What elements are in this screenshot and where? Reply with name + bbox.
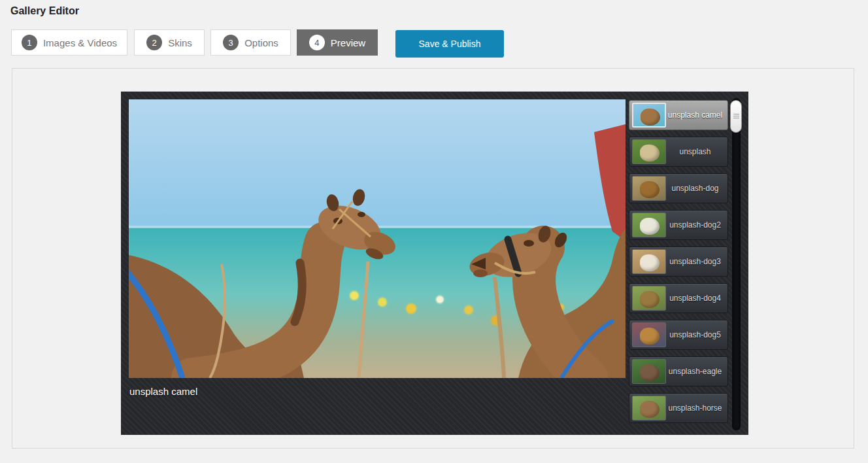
thumbnail-label: unsplash-dog	[666, 184, 724, 193]
thumbnail-subject-shape	[640, 291, 659, 308]
step-number-badge: 3	[223, 35, 239, 50]
thumbnail-image	[632, 249, 666, 274]
thumbnail-image	[632, 213, 666, 237]
thumbnail-subject-shape	[640, 218, 659, 235]
thumbnail-list: unsplash camel unsplash unsplash-dog uns…	[629, 100, 728, 430]
thumbnail-label: unsplash-dog5	[666, 330, 724, 339]
thumbnail-scrollbar-track[interactable]	[732, 98, 741, 430]
tab-images-videos[interactable]: 1 Images & Videos	[11, 29, 127, 56]
gallery-editor-page: { "page": { "title": "Gallery Editor" },…	[0, 0, 868, 463]
page-title: Gallery Editor	[10, 5, 79, 17]
thumbnail-image	[632, 322, 666, 347]
gallery-thumbnail-item[interactable]: unsplash-dog	[629, 173, 728, 203]
camels-sea-illustration	[129, 99, 626, 378]
preview-image[interactable]	[129, 99, 626, 378]
thumbnail-label: unsplash camel	[666, 111, 724, 120]
thumbnail-label: unsplash	[666, 147, 724, 156]
gallery-thumbnail-item[interactable]: unsplash-dog5	[629, 320, 728, 350]
step-number-badge: 2	[146, 35, 162, 50]
thumbnail-subject-shape	[640, 254, 659, 271]
thumbnail-image	[632, 359, 666, 384]
step-toolbar: 1 Images & Videos 2 Skins 3 Options 4 Pr…	[11, 29, 504, 58]
image-caption: unsplash camel	[129, 386, 197, 397]
gallery-thumbnail-item[interactable]: unsplash-dog4	[629, 283, 728, 313]
thumbnail-subject-shape	[640, 364, 659, 381]
thumbnail-subject-shape	[640, 181, 659, 198]
tab-label: Preview	[331, 37, 365, 48]
scrollbar-grip-icon	[733, 114, 739, 119]
thumbnail-image	[632, 139, 666, 164]
thumbnail-subject-shape	[640, 328, 659, 345]
thumbnail-label: unsplash-dog2	[666, 220, 724, 230]
tab-label: Skins	[168, 37, 192, 48]
thumbnail-subject-shape	[640, 401, 659, 418]
step-number-badge: 4	[309, 35, 325, 50]
gallery-thumbnail-item[interactable]: unsplash camel	[629, 100, 728, 130]
thumbnail-label: unsplash-eagle	[666, 367, 724, 376]
gallery-thumbnail-item[interactable]: unsplash	[629, 137, 728, 167]
thumbnail-subject-shape	[640, 145, 659, 162]
step-number-badge: 1	[22, 35, 37, 50]
save-publish-button[interactable]: Save & Publish	[395, 30, 504, 58]
thumbnail-label: unsplash-dog4	[666, 294, 724, 303]
thumbnail-image	[632, 176, 666, 201]
gallery-thumbnail-item[interactable]: unsplash-dog3	[629, 247, 728, 277]
thumbnail-image	[632, 286, 666, 311]
thumbnail-image	[632, 103, 666, 128]
thumbnail-image	[632, 396, 666, 420]
thumbnail-subject-shape	[641, 109, 660, 126]
tab-label: Images & Videos	[43, 37, 117, 48]
tab-options[interactable]: 3 Options	[210, 29, 291, 56]
tab-skins[interactable]: 2 Skins	[134, 29, 205, 56]
thumbnail-label: unsplash-dog3	[666, 257, 724, 266]
gallery-thumbnail-item[interactable]: unsplash-horse	[629, 393, 728, 423]
thumbnail-scrollbar-thumb[interactable]	[730, 100, 742, 133]
gallery-thumbnail-item[interactable]: unsplash-dog2	[629, 210, 728, 240]
gallery-thumbnail-item[interactable]: unsplash-eagle	[629, 356, 728, 386]
tab-preview[interactable]: 4 Preview	[297, 29, 378, 56]
tab-label: Options	[244, 37, 278, 48]
gallery-preview-player: unsplash camel unsplash camel unsplash u…	[121, 92, 748, 435]
thumbnail-label: unsplash-horse	[666, 403, 724, 413]
